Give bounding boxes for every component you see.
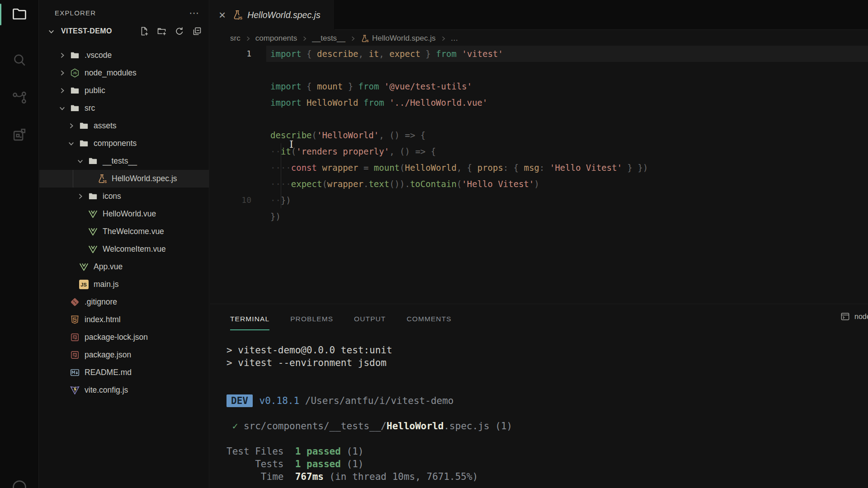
code-line: import { mount } from '@vue/test-utils'	[210, 78, 868, 94]
tree-item-assets[interactable]: assets	[39, 117, 209, 135]
panel-tab-terminal[interactable]: TERMINAL	[230, 315, 269, 330]
tree-item-label: assets	[94, 121, 117, 131]
tree-item-components[interactable]: components	[39, 135, 209, 152]
code-editor[interactable]: 1import { describe, it, expect } from 'v…	[210, 46, 868, 304]
tree-item-package-lock-json[interactable]: package-lock.json	[39, 328, 209, 346]
explorer-title: EXPLORER	[55, 9, 96, 17]
chevron-spacer	[55, 386, 69, 395]
folder-file-icon	[69, 50, 80, 61]
html-file-icon	[69, 314, 80, 325]
tree-item-icons[interactable]: icons	[39, 188, 209, 205]
tree-item-welcomeitem-vue[interactable]: WelcomeItem.vue	[39, 240, 209, 258]
line-number	[210, 176, 251, 192]
code-line-content: ····expect(wrapper.text()).toContain('He…	[266, 176, 868, 192]
line-number	[210, 143, 251, 160]
tree-item--gitignore[interactable]: .gitignore	[39, 293, 209, 311]
explorer-header: EXPLORER ⋯	[39, 0, 209, 23]
source-control-icon[interactable]	[10, 89, 28, 107]
tree-item-thewelcome-vue[interactable]: TheWelcome.vue	[39, 223, 209, 240]
tree-item-label: index.html	[85, 315, 121, 324]
explorer-sidebar: EXPLORER ⋯ VITEST-DEMO	[39, 0, 209, 488]
chevron-spacer	[64, 263, 78, 272]
tree-item-helloworld-spec-js[interactable]: JSHelloWorld.spec.js	[39, 170, 209, 188]
tree-item-public[interactable]: public	[39, 82, 209, 99]
terminal-line: Time 767ms (in thread 10ms, 7671.55%)	[226, 470, 868, 483]
chevron-spacer	[73, 245, 87, 254]
tree-item-src[interactable]: src	[39, 99, 209, 117]
vue-file-icon	[78, 262, 89, 272]
chevron-right-icon	[440, 35, 447, 42]
search-icon[interactable]	[10, 51, 28, 69]
tree-item-main-js[interactable]: JSmain.js	[39, 276, 209, 293]
terminal-output[interactable]: > vitest-demo@0.0.0 test:unit> vitest --…	[226, 344, 868, 488]
breadcrumb: srccomponents__tests__JSHelloWorld.spec.…	[210, 30, 868, 47]
dev-badge: DEV	[226, 394, 253, 407]
account-icon[interactable]	[10, 478, 28, 488]
activity-bar	[0, 0, 39, 488]
workspace-title: VITEST-DEMO	[61, 27, 112, 35]
breadcrumb-item[interactable]: __tests__	[312, 34, 345, 43]
tree-item-vite-config-js[interactable]: vite.config.js	[39, 381, 209, 399]
tree-item-helloworld-vue[interactable]: HelloWorld.vue	[39, 205, 209, 223]
tree-item-label: src	[85, 103, 95, 113]
workspace-section-header[interactable]: VITEST-DEMO	[39, 23, 209, 39]
terminal-line: > vitest --environment jsdom	[226, 357, 868, 369]
new-folder-icon[interactable]	[156, 26, 167, 37]
panel-tab-output[interactable]: OUTPUT	[354, 315, 386, 330]
chevron-spacer	[55, 368, 69, 377]
close-icon[interactable]: ×	[219, 9, 226, 21]
folder-file-icon	[78, 121, 89, 131]
tree-item-label: HelloWorld.spec.js	[112, 174, 177, 183]
tab-title: HelloWorld.spec.js	[247, 10, 320, 20]
chevron-spacer	[55, 351, 69, 360]
breadcrumb-item[interactable]: JSHelloWorld.spec.js	[360, 34, 435, 43]
tree-item-label: package-lock.json	[85, 333, 148, 342]
tree-item-label: HelloWorld.vue	[103, 209, 156, 219]
terminal-shell[interactable]: node	[840, 311, 868, 322]
terminal-line	[226, 382, 868, 394]
tree-item-label: package.json	[85, 350, 131, 360]
breadcrumb-item[interactable]: components	[255, 34, 297, 43]
tree-item-node-modules[interactable]: JSnode_modules	[39, 64, 209, 82]
tree-item-app-vue[interactable]: App.vue	[39, 258, 209, 276]
code-line: ··it('renders properly', () => {	[210, 143, 868, 160]
file-tree: .vscodeJSnode_modulespublicsrcassetscomp…	[39, 47, 209, 399]
tree-item-label: README.md	[85, 368, 132, 377]
chevron-down-icon	[73, 157, 87, 166]
tree-item-index-html[interactable]: index.html	[39, 311, 209, 328]
explorer-icon[interactable]	[10, 5, 28, 23]
extensions-icon[interactable]	[10, 126, 28, 144]
chevron-right-icon	[349, 35, 356, 42]
code-line-content: ··it('renders properly', () => {	[266, 143, 868, 160]
tree-item-label: components	[94, 139, 137, 148]
chevron-spacer	[55, 315, 69, 324]
chevron-down-icon	[64, 139, 78, 148]
code-line: })	[210, 208, 868, 225]
svg-text:JS: JS	[238, 16, 243, 20]
panel-tab-problems[interactable]: PROBLEMS	[290, 315, 333, 330]
flask-icon: JS	[360, 34, 369, 43]
folder-file-icon	[87, 156, 98, 167]
js-file-icon: JS	[78, 279, 89, 290]
breadcrumb-item[interactable]: …	[451, 34, 458, 43]
tab-helloworld-spec[interactable]: × JS HelloWorld.spec.js	[210, 0, 335, 30]
breadcrumb-item[interactable]: src	[230, 34, 241, 43]
vue-file-icon	[87, 209, 98, 220]
tree-item-package-json[interactable]: package.json	[39, 346, 209, 364]
tree-item-label: App.vue	[94, 262, 123, 272]
chevron-right-icon	[55, 69, 69, 78]
tree-item--tests-[interactable]: __tests__	[39, 152, 209, 170]
panel-tab-comments[interactable]: COMMENTS	[406, 315, 451, 330]
line-number: 10	[210, 192, 251, 208]
tree-item-readme-md[interactable]: README.md	[39, 364, 209, 381]
more-actions-icon[interactable]: ⋯	[189, 11, 199, 15]
breadcrumb-label: __tests__	[312, 34, 345, 43]
tree-item-label: __tests__	[103, 156, 137, 166]
collapse-folders-icon[interactable]	[192, 26, 203, 37]
refresh-icon[interactable]	[174, 26, 185, 37]
tree-item--vscode[interactable]: .vscode	[39, 47, 209, 64]
chevron-down-icon	[44, 27, 58, 36]
breadcrumb-label: …	[451, 34, 458, 43]
new-file-icon[interactable]	[139, 26, 150, 37]
terminal-line: Test Files 1 passed (1)	[226, 445, 868, 458]
